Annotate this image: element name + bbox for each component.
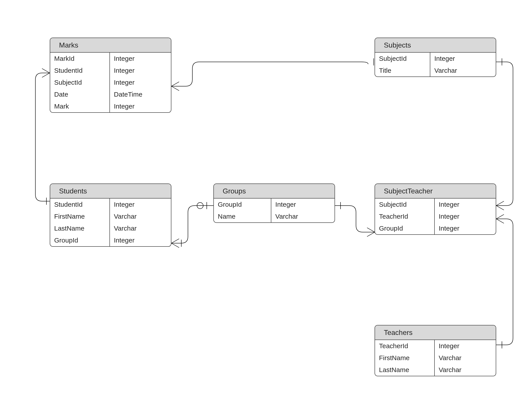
- field-type: Varchar: [435, 352, 496, 364]
- field-type: Integer: [430, 53, 496, 64]
- field-type: Integer: [110, 234, 171, 246]
- field-name: TeacherId: [375, 340, 434, 352]
- field-name: LastName: [375, 364, 434, 376]
- field-name: SubjectId: [50, 77, 110, 88]
- field-name: GroupId: [50, 234, 110, 246]
- field-name: GroupId: [214, 198, 271, 211]
- entity-subjects[interactable]: Subjects SubjectId Title Integer Varchar: [375, 38, 496, 77]
- entity-marks[interactable]: Marks MarkId StudentId SubjectId Date Ma…: [50, 38, 171, 113]
- field-name: Date: [50, 88, 110, 100]
- field-type: Integer: [271, 198, 335, 211]
- field-name: StudentId: [50, 198, 110, 211]
- field-type: Varchar: [435, 364, 496, 376]
- field-name: FirstName: [50, 211, 110, 222]
- field-type: Integer: [435, 198, 496, 211]
- field-name: Mark: [50, 100, 110, 112]
- svg-point-0: [197, 203, 203, 209]
- field-type: Integer: [110, 53, 171, 64]
- field-type: Integer: [435, 211, 496, 222]
- field-type: DateTime: [110, 88, 171, 100]
- entity-title: Teachers: [375, 325, 496, 340]
- field-type: Varchar: [110, 211, 171, 222]
- entity-students[interactable]: Students StudentId FirstName LastName Gr…: [50, 183, 171, 247]
- field-name: GroupId: [375, 222, 434, 234]
- entity-title: Groups: [214, 184, 335, 198]
- field-type: Varchar: [110, 222, 171, 234]
- field-name: SubjectId: [375, 198, 434, 211]
- entity-subjectteacher[interactable]: SubjectTeacher SubjectId TeacherId Group…: [375, 183, 496, 235]
- field-type: Integer: [435, 340, 496, 352]
- entity-title: SubjectTeacher: [375, 184, 496, 198]
- field-type: Integer: [110, 64, 171, 77]
- entity-title: Students: [50, 184, 171, 198]
- field-name: Title: [375, 64, 430, 77]
- entity-groups[interactable]: Groups GroupId Name Integer Varchar: [213, 183, 335, 223]
- field-type: Integer: [435, 222, 496, 234]
- field-name: StudentId: [50, 64, 110, 77]
- field-name: MarkId: [50, 53, 110, 64]
- entity-title: Subjects: [375, 38, 496, 53]
- field-name: TeacherId: [375, 211, 434, 222]
- field-type: Integer: [110, 77, 171, 88]
- er-diagram-canvas: Marks MarkId StudentId SubjectId Date Ma…: [0, 0, 532, 407]
- field-type: Integer: [110, 100, 171, 112]
- field-type: Varchar: [430, 64, 496, 77]
- field-name: SubjectId: [375, 53, 430, 64]
- field-type: Integer: [110, 198, 171, 211]
- entity-teachers[interactable]: Teachers TeacherId FirstName LastName In…: [375, 325, 496, 376]
- field-name: Name: [214, 211, 271, 222]
- entity-title: Marks: [50, 38, 171, 53]
- field-name: FirstName: [375, 352, 434, 364]
- field-type: Varchar: [271, 211, 335, 222]
- field-name: LastName: [50, 222, 110, 234]
